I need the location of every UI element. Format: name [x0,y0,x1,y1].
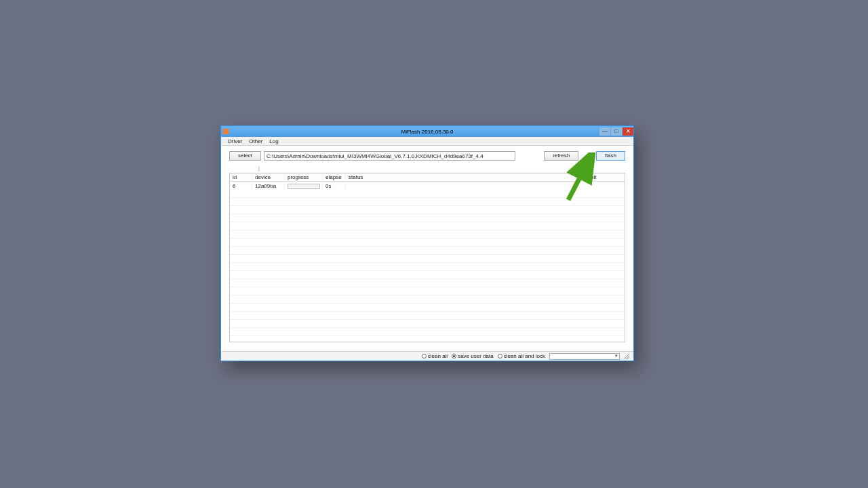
col-status[interactable]: status [346,174,580,180]
cell-progress [285,183,323,189]
resize-grip-icon[interactable] [624,354,629,359]
menubar: Driver Other Log [221,137,633,146]
menu-other[interactable]: Other [249,138,262,144]
radio-clean-all-and-lock[interactable]: clean all and lock [498,353,545,359]
menu-log[interactable]: Log [269,138,278,144]
col-device[interactable]: device [252,174,285,180]
radio-icon [452,354,456,359]
window-title: MiFlash 2016.08.30.0 [221,129,633,135]
radio-save-user-data[interactable]: save user data [452,353,493,359]
grid-lines [230,190,625,342]
statusbar: clean all save user data clean all and l… [221,351,633,361]
radio-label: clean all [428,353,448,359]
refresh-button[interactable]: refresh [544,151,578,161]
col-elapse[interactable]: elapse [323,174,346,180]
radio-label: save user data [458,353,493,359]
col-result[interactable]: result [580,174,625,180]
progress-bar [288,184,320,189]
rom-path-input[interactable] [264,151,515,161]
table-row[interactable]: 6 12a09ba 0s [230,182,625,190]
select-button[interactable]: select [229,151,261,161]
miflash-window: MiFlash 2016.08.30.0 — □ ✕ Driver Other … [220,125,634,361]
cell-id: 6 [230,183,252,189]
cell-device: 12a09ba [252,183,285,189]
grid-header: id device progress elapse status result [230,174,625,182]
radio-icon [422,354,427,359]
device-grid: id device progress elapse status result … [229,173,625,342]
toolbar: select refresh flash [221,146,633,166]
col-id[interactable]: id [230,174,252,180]
flash-button[interactable]: flash [596,151,625,161]
radio-clean-all[interactable]: clean all [422,353,448,359]
options-dropdown[interactable] [549,353,620,360]
sub-toolbar: | [221,166,633,173]
radio-label: clean all and lock [504,353,545,359]
menu-driver[interactable]: Driver [228,138,242,144]
titlebar[interactable]: MiFlash 2016.08.30.0 — □ ✕ [221,126,633,137]
col-progress[interactable]: progress [285,174,323,180]
radio-icon [498,354,502,359]
cell-elapse: 0s [323,183,346,189]
